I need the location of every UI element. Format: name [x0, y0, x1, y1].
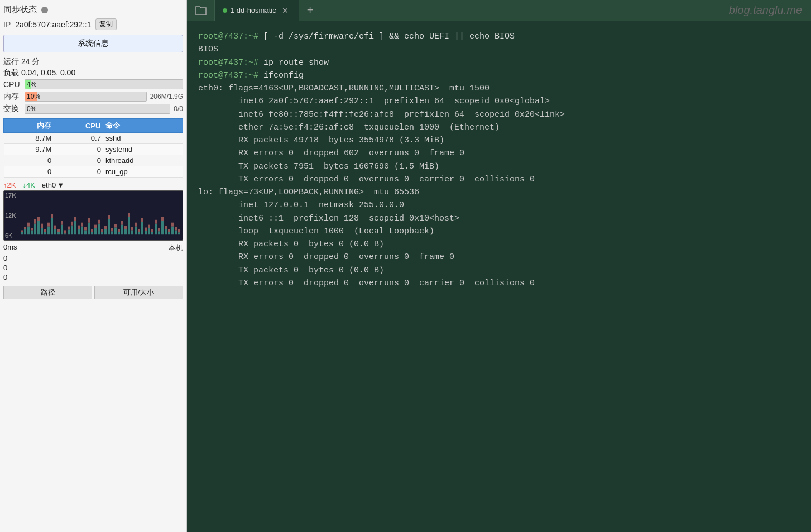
svg-rect-6	[41, 228, 43, 234]
svg-rect-2	[27, 227, 30, 235]
net-graph-header: ↑2K ↓4K eth0 ▼	[3, 181, 183, 189]
svg-rect-61	[64, 230, 66, 233]
terminal-line: TX packets 7951 bytes 1607690 (1.5 MiB)	[198, 160, 800, 173]
svg-rect-78	[121, 221, 123, 225]
svg-rect-46	[175, 230, 177, 234]
proc-cpu: 0	[54, 155, 103, 166]
svg-rect-22	[94, 228, 97, 234]
svg-rect-68	[88, 218, 90, 223]
sync-status-row: 同步状态	[3, 4, 183, 15]
svg-rect-89	[158, 228, 160, 231]
right-panel: 1 dd-hosmatic ✕ + blog.tanglu.me root@74…	[187, 0, 811, 532]
svg-rect-66	[81, 223, 83, 227]
svg-rect-16	[74, 221, 76, 234]
svg-rect-7	[44, 232, 46, 234]
svg-rect-41	[158, 231, 160, 234]
svg-rect-84	[141, 218, 143, 222]
ip-row: IP 2a0f:5707:aaef:292::1 复制	[3, 18, 183, 30]
tab-close-button[interactable]: ✕	[280, 5, 291, 16]
term-prompt: root@7437:~#	[198, 71, 258, 80]
net-iface-selector[interactable]: eth0 ▼	[42, 181, 64, 189]
mem-stat-row: 内存 10% 206M/1.9G	[3, 92, 183, 102]
svg-rect-0	[21, 232, 23, 234]
svg-rect-35	[138, 232, 140, 234]
svg-rect-76	[114, 224, 117, 228]
ping-val-1: 0	[3, 254, 183, 262]
proc-col-mem: 内存	[4, 119, 54, 133]
ping-values: 0 0 0	[3, 254, 183, 281]
footer-size: 可用/大小	[94, 286, 183, 299]
svg-rect-52	[34, 219, 36, 224]
svg-rect-77	[118, 229, 120, 232]
brand-text: blog.tanglu.me	[729, 0, 811, 21]
svg-rect-19	[84, 230, 87, 234]
proc-mem: 0	[4, 166, 54, 178]
ping-val-3: 0	[3, 273, 183, 281]
svg-rect-86	[148, 225, 150, 228]
table-row: 8.7M 0.7 sshd	[4, 133, 183, 144]
terminal-line: root@7437:~# ifconfig	[198, 69, 800, 82]
ip-label: IP	[3, 20, 11, 29]
svg-rect-92	[168, 229, 170, 232]
net-y-6k: 6K	[5, 232, 16, 239]
net-down-value: 4K	[26, 181, 35, 189]
net-graph-svg	[4, 191, 183, 240]
svg-rect-57	[51, 214, 53, 218]
net-iface-name: eth0	[42, 181, 56, 189]
net-iface-arrow: ▼	[57, 181, 64, 189]
svg-rect-11	[57, 232, 60, 234]
mem-bar-wrap: 10%	[25, 92, 147, 102]
ping-row: 0ms 本机	[3, 243, 183, 253]
footer-row: 路径 可用/大小	[3, 286, 183, 299]
svg-rect-24	[101, 232, 103, 234]
svg-rect-45	[171, 227, 174, 235]
svg-rect-82	[135, 223, 137, 227]
svg-rect-73	[104, 226, 107, 229]
svg-rect-83	[138, 229, 140, 232]
svg-rect-33	[131, 230, 133, 234]
proc-cpu: 0.7	[54, 133, 103, 144]
svg-rect-25	[104, 229, 107, 234]
svg-rect-28	[114, 228, 117, 235]
swap-extra: 0/0	[174, 105, 183, 113]
svg-rect-67	[84, 227, 87, 231]
terminal-line: ether 7a:5e:f4:26:af:c8 txqueuelen 1000 …	[198, 121, 800, 134]
ping-time: 0ms	[3, 243, 17, 253]
svg-rect-75	[111, 228, 113, 231]
proc-mem: 9.7M	[4, 144, 54, 155]
svg-rect-71	[98, 220, 100, 224]
swap-label: 交换	[3, 104, 21, 114]
load-row: 负载 0.04, 0.05, 0.00	[3, 68, 183, 78]
load-value: 负载 0.04, 0.05, 0.00	[3, 68, 75, 77]
terminal-content: root@7437:~# [ -d /sys/firmware/efi ] &&…	[187, 21, 811, 532]
svg-rect-85	[145, 228, 147, 231]
term-prompt: root@7437:~#	[198, 58, 258, 68]
svg-rect-1	[24, 229, 26, 234]
proc-mem: 8.7M	[4, 133, 54, 144]
svg-rect-94	[175, 227, 177, 231]
svg-rect-50	[27, 223, 30, 227]
svg-rect-32	[128, 217, 130, 234]
copy-ip-button[interactable]: 复制	[95, 18, 117, 30]
svg-rect-27	[111, 231, 113, 234]
terminal-line: TX packets 0 bytes 0 (0.0 B)	[198, 264, 800, 277]
folder-button[interactable]	[187, 0, 215, 21]
svg-rect-29	[118, 232, 120, 234]
svg-rect-17	[78, 229, 80, 234]
proc-col-cpu: CPU	[54, 119, 103, 133]
terminal-tab-1[interactable]: 1 dd-hosmatic ✕	[215, 0, 299, 21]
svg-rect-55	[44, 229, 46, 232]
sysinfo-button[interactable]: 系统信息	[3, 35, 183, 52]
net-down-indicator: ↓4K	[22, 181, 35, 189]
proc-cmd: kthreadd	[103, 155, 183, 166]
mem-label: 内存	[3, 92, 21, 102]
svg-rect-8	[47, 227, 50, 235]
terminal-line: lo: flags=73<UP,LOOPBACK,RUNNING> mtu 65…	[198, 186, 800, 199]
svg-rect-72	[101, 229, 103, 232]
add-tab-button[interactable]: +	[299, 0, 321, 21]
mem-percent: 10%	[27, 93, 40, 100]
proc-cmd: systemd	[103, 144, 183, 155]
terminal-line: RX packets 0 bytes 0 (0.0 B)	[198, 238, 800, 251]
proc-cmd: rcu_gp	[103, 166, 183, 178]
svg-rect-59	[57, 229, 60, 232]
